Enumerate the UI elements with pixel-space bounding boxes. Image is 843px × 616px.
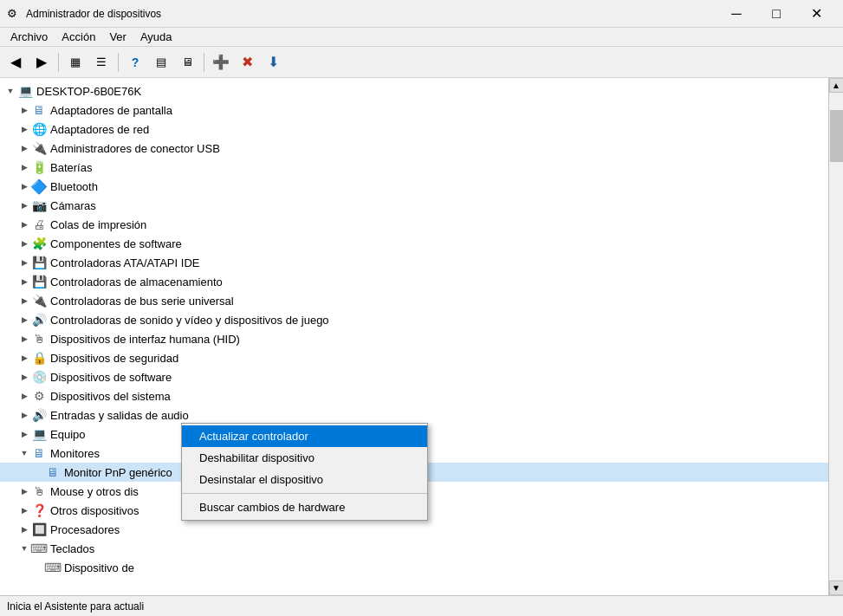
item-label: Entradas y salidas de audio bbox=[50, 409, 189, 422]
expand-icon: ▶ bbox=[17, 256, 31, 269]
context-menu-desinstalar[interactable]: Desinstalar el dispositivo bbox=[182, 469, 427, 490]
expand-icon: ▶ bbox=[17, 103, 31, 117]
maximize-button[interactable]: □ bbox=[756, 0, 796, 28]
device-tree[interactable]: ▼ 💻 DESKTOP-6B0E76K ▶ 🖥 Adaptadores de p… bbox=[0, 78, 828, 595]
tree-item-teclados[interactable]: ▼ ⌨ Teclados bbox=[0, 539, 828, 558]
title-bar: ⚙ Administrador de dispositivos ─ □ ✕ bbox=[0, 0, 843, 28]
list-view-button[interactable]: ☰ bbox=[89, 50, 113, 75]
close-button[interactable]: ✕ bbox=[796, 0, 836, 28]
item-icon: 💻 bbox=[31, 427, 47, 441]
help-button[interactable]: ? bbox=[123, 50, 147, 75]
tree-item-dispositivos-sistema[interactable]: ▶ ⚙ Dispositivos del sistema bbox=[0, 386, 828, 405]
item-label: Administradores de conector USB bbox=[50, 142, 220, 155]
item-icon: ⚙ bbox=[31, 389, 47, 403]
menu-ayuda[interactable]: Ayuda bbox=[133, 29, 179, 45]
expand-icon: ▶ bbox=[17, 522, 31, 536]
tree-item-controladoras-bus[interactable]: ▶ 🔌 Controladoras de bus serie universal bbox=[0, 291, 828, 310]
add-button[interactable]: ➕ bbox=[209, 50, 233, 75]
item-icon: 🔌 bbox=[31, 294, 47, 308]
tree-item-controladoras-almacenamiento[interactable]: ▶ 💾 Controladoras de almacenamiento bbox=[0, 272, 828, 291]
item-icon: 🖥 bbox=[31, 446, 47, 460]
tree-item-bluetooth[interactable]: ▶ 🔷 Bluetooth bbox=[0, 177, 828, 196]
expand-icon: ▶ bbox=[17, 351, 31, 365]
expand-icon: ▶ bbox=[17, 198, 31, 212]
expand-icon: ▶ bbox=[17, 332, 31, 346]
expand-icon: ▶ bbox=[17, 217, 31, 231]
tree-item-dispositivos-seguridad[interactable]: ▶ 🔒 Dispositivos de seguridad bbox=[0, 348, 828, 367]
item-icon: 🖱 bbox=[31, 332, 47, 346]
tree-item-adaptadores-pantalla[interactable]: ▶ 🖥 Adaptadores de pantalla bbox=[0, 101, 828, 120]
expand-icon: ▶ bbox=[17, 389, 31, 403]
toolbar-sep-2 bbox=[118, 53, 119, 72]
expand-icon: ▼ bbox=[17, 541, 31, 555]
title-bar-title: Administrador de dispositivos bbox=[26, 8, 161, 20]
menu-bar: Archivo Acción Ver Ayuda bbox=[0, 28, 843, 47]
expand-icon: ▶ bbox=[17, 160, 31, 174]
scroll-track[interactable] bbox=[830, 93, 843, 580]
context-menu-actualizar[interactable]: Actualizar controlador bbox=[182, 425, 427, 447]
context-menu-buscar[interactable]: Buscar cambios de hardware bbox=[182, 496, 427, 518]
tree-item-adaptadores-red[interactable]: ▶ 🌐 Adaptadores de red bbox=[0, 120, 828, 139]
item-label: Otros dispositivos bbox=[50, 504, 139, 517]
update-button[interactable]: ⬇ bbox=[261, 50, 285, 75]
title-bar-left: ⚙ Administrador de dispositivos bbox=[7, 7, 161, 21]
item-label: Dispositivo de bbox=[64, 561, 134, 574]
expand-icon: ▶ bbox=[17, 503, 31, 517]
menu-ver[interactable]: Ver bbox=[102, 29, 133, 45]
app-icon: ⚙ bbox=[7, 7, 21, 21]
item-icon: 🖱 bbox=[31, 484, 47, 498]
expand-icon: ▼ bbox=[17, 446, 31, 460]
scroll-thumb[interactable] bbox=[830, 110, 843, 162]
forward-button[interactable]: ▶ bbox=[29, 50, 54, 75]
item-icon: 💾 bbox=[31, 256, 47, 269]
menu-archivo[interactable]: Archivo bbox=[3, 29, 55, 45]
expand-icon: ▶ bbox=[17, 122, 31, 136]
monitor-button[interactable]: 🖥 bbox=[175, 50, 199, 75]
tree-item-administradores-usb[interactable]: ▶ 🔌 Administradores de conector USB bbox=[0, 139, 828, 158]
expand-icon: ▶ bbox=[17, 427, 31, 441]
tree-item-componentes-software[interactable]: ▶ 🧩 Componentes de software bbox=[0, 234, 828, 253]
remove-button[interactable]: ✖ bbox=[235, 50, 259, 75]
tree-item-procesadores[interactable]: ▶ 🔲 Procesadores bbox=[0, 520, 828, 539]
item-icon: 💾 bbox=[31, 275, 47, 289]
item-icon: 🧩 bbox=[31, 237, 47, 250]
item-icon: 🔋 bbox=[31, 160, 47, 174]
menu-accion[interactable]: Acción bbox=[55, 29, 102, 45]
tree-item-baterias[interactable]: ▶ 🔋 Baterías bbox=[0, 158, 828, 177]
expand-icon: ▶ bbox=[17, 179, 31, 193]
item-icon: 🔒 bbox=[31, 351, 47, 365]
item-icon: 💿 bbox=[31, 370, 47, 384]
item-icon: 🔲 bbox=[31, 522, 47, 536]
expand-icon: ▶ bbox=[17, 408, 31, 422]
tree-item-controladoras-ata[interactable]: ▶ 💾 Controladoras ATA/ATAPI IDE bbox=[0, 253, 828, 272]
scrollbar[interactable]: ▲ ▼ bbox=[828, 78, 843, 595]
item-label: Baterías bbox=[50, 161, 92, 174]
scroll-up-button[interactable]: ▲ bbox=[829, 78, 844, 93]
minimize-button[interactable]: ─ bbox=[717, 0, 756, 28]
item-label: Controladoras ATA/ATAPI IDE bbox=[50, 256, 199, 269]
tree-item-dispositivo-teclado[interactable]: ▶ ⌨ Dispositivo de bbox=[0, 558, 828, 577]
tree-item-colas-impresion[interactable]: ▶ 🖨 Colas de impresión bbox=[0, 215, 828, 234]
context-menu-deshabilitar[interactable]: Deshabilitar dispositivo bbox=[182, 447, 427, 469]
item-label: Dispositivos de software bbox=[50, 371, 172, 384]
toolbar-sep-1 bbox=[58, 53, 59, 72]
tree-item-dispositivos-hid[interactable]: ▶ 🖱 Dispositivos de interfaz humana (HID… bbox=[0, 329, 828, 348]
item-label: Procesadores bbox=[50, 523, 120, 536]
item-label: Dispositivos del sistema bbox=[50, 390, 171, 403]
root-icon: 💻 bbox=[17, 84, 33, 98]
item-label: Controladoras de bus serie universal bbox=[50, 295, 234, 308]
details-button[interactable]: ▤ bbox=[149, 50, 173, 75]
tree-item-camaras[interactable]: ▶ 📷 Cámaras bbox=[0, 196, 828, 215]
item-icon: 🖥 bbox=[45, 465, 61, 479]
tree-item-controladoras-sonido[interactable]: ▶ 🔊 Controladoras de sonido y vídeo y di… bbox=[0, 310, 828, 329]
item-icon: ⌨ bbox=[45, 561, 61, 574]
scroll-down-button[interactable]: ▼ bbox=[829, 580, 844, 595]
tree-item-entradas-salidas[interactable]: ▶ 🔊 Entradas y salidas de audio bbox=[0, 405, 828, 425]
tree-view-button[interactable]: ▦ bbox=[63, 50, 88, 75]
back-button[interactable]: ◀ bbox=[3, 50, 28, 75]
toolbar: ◀ ▶ ▦ ☰ ? ▤ 🖥 ➕ ✖ ⬇ bbox=[0, 47, 843, 78]
expand-icon: ▶ bbox=[17, 237, 31, 250]
tree-root[interactable]: ▼ 💻 DESKTOP-6B0E76K bbox=[0, 81, 828, 101]
item-label: Adaptadores de pantalla bbox=[50, 104, 172, 117]
tree-item-dispositivos-software[interactable]: ▶ 💿 Dispositivos de software bbox=[0, 367, 828, 386]
